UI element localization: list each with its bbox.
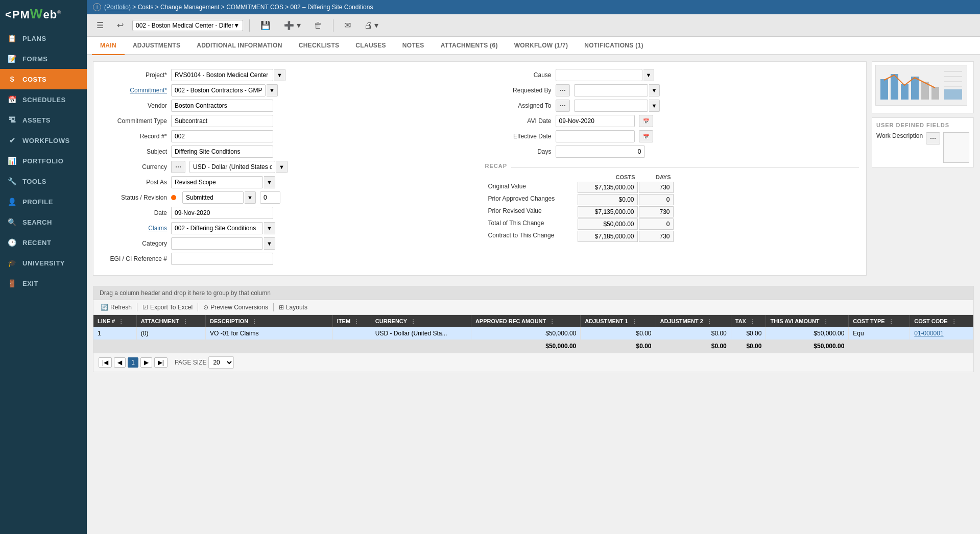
post-as-dropdown-btn[interactable]: ▼ [264,176,275,188]
commitment-link[interactable]: Commitment* [130,87,167,94]
record-input[interactable] [171,130,273,142]
sort-icon[interactable]: ⋮ [889,319,894,324]
commitment-dropdown-btn[interactable]: ▼ [267,84,278,96]
menu-button[interactable]: ☰ [92,18,108,33]
days-input[interactable] [556,145,645,158]
sidebar-item-tools[interactable]: 🔧 TOOLS [0,171,87,191]
email-button[interactable]: ✉ [340,18,355,33]
print-button[interactable]: 🖨 ▾ [360,18,383,33]
sidebar-item-costs[interactable]: $ COSTS [0,69,87,89]
assigned-to-ellipsis-btn[interactable]: ⋯ [556,100,570,112]
currency-dropdown-btn[interactable]: ▼ [276,161,288,173]
claims-dropdown-btn[interactable]: ▼ [264,222,275,234]
tab-adjustments[interactable]: ADJUSTMENTS [125,37,188,55]
project-dropdown-btn[interactable]: ▼ [274,69,285,81]
status-dropdown-btn[interactable]: ▼ [245,191,256,204]
breadcrumb-portfolio[interactable]: (Portfolio) [104,4,131,11]
sort-icon[interactable]: ⋮ [823,319,828,324]
sort-icon[interactable]: ⋮ [750,319,755,324]
sidebar-item-university[interactable]: 🎓 UNIVERSITY [0,253,87,273]
info-icon[interactable]: i [93,3,101,11]
effective-date-input[interactable] [556,130,635,142]
grid-scroll-area[interactable]: LINE # ⋮ ATTACHMENT ⋮ DESCRIPTION ⋮ [93,315,973,353]
tab-notifications[interactable]: NOTIFICATIONS (1) [576,37,652,55]
refresh-button[interactable]: 🔄 Refresh [98,303,135,312]
egi-input[interactable] [171,253,273,265]
project-input[interactable] [171,69,273,81]
sidebar-item-search[interactable]: 🔍 SEARCH [0,212,87,232]
requested-by-input[interactable] [574,84,648,96]
cause-input[interactable] [556,69,642,81]
sort-icon[interactable]: ⋮ [252,319,257,324]
prev-page-btn[interactable]: ◀ [114,357,126,368]
tab-attachments[interactable]: ATTACHMENTS (6) [433,37,506,55]
currency-ellipsis-btn[interactable]: ⋯ [171,161,185,173]
requested-by-ellipsis-btn[interactable]: ⋯ [556,84,570,96]
page-1-btn[interactable]: 1 [128,357,138,368]
page-size-select[interactable]: 20 50 100 [208,356,234,369]
sidebar-item-recent[interactable]: 🕐 RECENT [0,232,87,253]
status-input[interactable] [182,191,244,204]
post-as-input[interactable] [171,176,263,188]
first-page-btn[interactable]: |◀ [99,357,112,368]
category-dropdown-btn[interactable]: ▼ [264,237,275,250]
tab-main[interactable]: MAIN [92,37,125,55]
tab-checklists[interactable]: CHECKLISTS [291,37,348,55]
record-dropdown[interactable]: 002 - Boston Medical Center - Differ ▼ [132,20,243,31]
date-input[interactable] [171,207,273,219]
category-input[interactable] [171,237,263,250]
sort-icon[interactable]: ⋮ [183,319,188,324]
currency-input[interactable] [189,161,275,173]
commitment-type-row: Commitment Type [101,115,475,127]
assigned-to-dropdown-btn[interactable]: ▼ [649,100,660,112]
sidebar-item-schedules[interactable]: 📅 SCHEDULES [0,89,87,110]
sidebar-item-workflows[interactable]: ✔ WORKFLOWS [0,130,87,151]
sort-icon[interactable]: ⋮ [707,319,712,324]
footer-empty [93,340,471,353]
preview-button[interactable]: ⊙ Preview Conversions [200,303,271,312]
status-revision-input[interactable] [260,191,280,204]
work-desc-ellipsis-btn[interactable]: ⋯ [926,132,940,144]
claims-link[interactable]: Claims [148,225,167,232]
sort-icon[interactable]: ⋮ [951,319,957,324]
sidebar-item-plans[interactable]: 📋 PLANS [0,28,87,48]
add-button[interactable]: ➕ ▾ [279,18,305,33]
export-button[interactable]: ☑ Export To Excel [139,303,196,312]
effective-date-picker-btn[interactable]: 📅 [639,130,653,142]
subject-input[interactable] [171,145,273,158]
sidebar-item-profile[interactable]: 👤 PROFILE [0,191,87,212]
sidebar-item-exit[interactable]: 🚪 EXIT [0,273,87,294]
tab-additional[interactable]: ADDITIONAL INFORMATION [188,37,290,55]
sort-icon[interactable]: ⋮ [549,319,555,324]
table-row[interactable]: 1 (0) VO -01 for Claims USD - Dollar (Un… [93,327,973,340]
work-desc-textarea[interactable] [943,132,969,163]
sidebar-item-assets[interactable]: 🏗 ASSETS [0,110,87,130]
sort-icon[interactable]: ⋮ [118,319,124,324]
sidebar-item-forms[interactable]: 📝 FORMS [0,48,87,69]
avi-date-input[interactable] [556,115,635,127]
sort-icon[interactable]: ⋮ [354,319,359,324]
assigned-to-input[interactable] [574,100,648,112]
sidebar-item-portfolio[interactable]: 📊 PORTFOLIO [0,151,87,171]
tab-clauses[interactable]: CLAUSES [347,37,394,55]
save-button[interactable]: 💾 [256,18,275,33]
last-page-btn[interactable]: ▶| [154,357,168,368]
commitment-type-input[interactable] [171,115,273,127]
vendor-input[interactable] [171,100,273,112]
next-page-btn[interactable]: ▶ [140,357,152,368]
svg-rect-10 [944,89,962,100]
requested-by-input-group: ▼ [574,84,660,96]
claims-input[interactable] [171,222,263,234]
sort-icon[interactable]: ⋮ [411,319,416,324]
cause-dropdown-btn[interactable]: ▼ [643,69,655,81]
history-button[interactable]: ↩ [112,18,128,33]
sort-icon[interactable]: ⋮ [632,319,637,324]
delete-button[interactable]: 🗑 [309,18,327,33]
tab-notes[interactable]: NOTES [394,37,433,55]
tab-workflow[interactable]: WORKFLOW (1/7) [506,37,577,55]
commitment-input[interactable] [171,84,266,96]
avi-date-picker-btn[interactable]: 📅 [639,115,653,127]
requested-by-dropdown-btn[interactable]: ▼ [649,84,660,96]
layouts-button[interactable]: ⊞ Layouts [276,303,310,312]
cost-code-link[interactable]: 01-000001 [914,330,943,337]
